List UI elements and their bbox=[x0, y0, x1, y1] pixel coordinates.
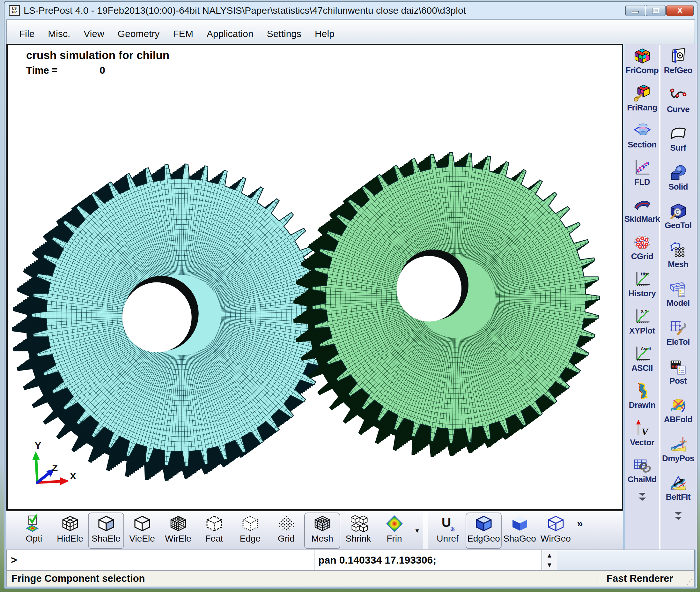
menu-item-geometry[interactable]: Geometry bbox=[111, 27, 166, 41]
toolbar-button-shaele[interactable]: ShaEle bbox=[88, 512, 124, 549]
resize-grip[interactable]: ⋰ bbox=[686, 578, 693, 586]
sidebar-item-label: XYPlot bbox=[629, 326, 655, 336]
menu-item-fem[interactable]: FEM bbox=[166, 27, 200, 41]
menu-item-view[interactable]: View bbox=[77, 27, 111, 41]
toolbar-button-grid[interactable]: Grid bbox=[268, 512, 304, 549]
toolbar-button-opti[interactable]: Opti bbox=[16, 512, 52, 549]
sidebar-item-section[interactable]: Section bbox=[625, 119, 659, 157]
frirang-icon bbox=[633, 84, 651, 103]
sidebar-item-drawin[interactable]: DrawIn bbox=[625, 380, 659, 417]
window-title: LS-PrePost 4.0 - 19Feb2013(10:00)-64bit … bbox=[23, 5, 623, 16]
command-echo-box[interactable]: pan 0.140334 17.193306; bbox=[314, 550, 542, 570]
axis-triad-icon: YZX bbox=[25, 442, 78, 493]
status-message: Fringe Component selection bbox=[11, 573, 145, 584]
sidebar-item-curve[interactable]: Curve bbox=[660, 84, 696, 123]
toolbar-button-label: Edge bbox=[240, 534, 261, 544]
scroll-down-icon[interactable]: ▼ bbox=[546, 562, 553, 568]
sidebar-item-frirang[interactable]: FriRang bbox=[625, 82, 659, 120]
menu-item-help[interactable]: Help bbox=[308, 27, 341, 41]
ascii-icon: Ascii bbox=[633, 345, 651, 363]
chaimd-icon bbox=[633, 456, 651, 475]
history-icon: Hist bbox=[633, 270, 651, 289]
scroll-up-icon[interactable]: ▲ bbox=[546, 552, 553, 558]
3d-viewport[interactable]: crush simulation for chilun Time =0 YZX bbox=[6, 44, 623, 511]
toolbar-button-hidele[interactable]: HidEle bbox=[52, 512, 88, 549]
toolbar-button-wirgeo[interactable]: WirGeo bbox=[538, 512, 574, 549]
menu-bar: FileMisc.ViewGeometryFEMApplicationSetti… bbox=[6, 19, 695, 44]
solid-icon bbox=[669, 163, 688, 182]
menu-item-settings[interactable]: Settings bbox=[260, 27, 308, 41]
fld-icon bbox=[633, 159, 651, 177]
toolbar-button-label: Feat bbox=[205, 534, 223, 544]
drawin-icon bbox=[633, 382, 651, 400]
toolbar-button-shrink[interactable]: Shrink bbox=[340, 512, 376, 549]
toolbar-button-frin[interactable]: Frin bbox=[376, 512, 412, 549]
frin-diamond-icon bbox=[385, 514, 404, 533]
toolbar-button-feat[interactable]: Feat bbox=[196, 512, 232, 549]
maximize-button[interactable] bbox=[646, 5, 665, 16]
skidmark-icon bbox=[633, 196, 651, 214]
toolbar-button-vieele[interactable]: VieEle bbox=[124, 512, 160, 549]
sidebar-item-refgeo[interactable]: RefGeo bbox=[660, 45, 696, 84]
plot-title: crush simulation for chilun bbox=[26, 49, 169, 62]
toolbar-button-label: Grid bbox=[278, 534, 295, 544]
sidebar-item-label: ASCII bbox=[632, 363, 653, 373]
sidebar-item-eletol[interactable]: EleTol bbox=[660, 316, 696, 355]
toolbar-button-shageo[interactable]: ShaGeo bbox=[502, 512, 538, 549]
sidebar-item-cgrid[interactable]: CGrid bbox=[625, 231, 659, 268]
cube-grid-icon bbox=[61, 514, 79, 533]
gear-mesh-render bbox=[8, 45, 622, 509]
sidebar-item-solid[interactable]: Solid bbox=[660, 161, 696, 200]
left-column-more-button[interactable] bbox=[636, 491, 649, 502]
mesh-icon bbox=[669, 241, 688, 259]
sidebar-item-geotol[interactable]: CGeoTol bbox=[660, 200, 696, 239]
sidebar-item-vector[interactable]: VVector bbox=[625, 417, 659, 454]
sidebar-item-fricomp[interactable]: FriComp bbox=[625, 45, 659, 82]
toolbar-button-unref[interactable]: U❋Unref bbox=[430, 512, 466, 549]
app-icon: LSPP bbox=[9, 5, 20, 16]
sidebar-item-history[interactable]: HistHistory bbox=[625, 268, 659, 305]
sidebar-item-post[interactable]: ✱✱✱Post bbox=[660, 355, 696, 394]
svg-text:Y: Y bbox=[35, 442, 41, 451]
svg-text:Hist: Hist bbox=[641, 272, 649, 277]
sidebar-item-surf[interactable]: Surf bbox=[660, 122, 696, 161]
sidebar-item-skidmark[interactable]: SkidMark bbox=[625, 194, 659, 231]
sidebar-item-beltfit[interactable]: BeltFit bbox=[660, 472, 696, 511]
sidebar-item-model[interactable]: Model bbox=[660, 278, 696, 316]
cube-feat-icon bbox=[205, 514, 224, 533]
toolbar-button-wirele[interactable]: WirEle bbox=[160, 512, 196, 549]
sidebar-item-ascii[interactable]: AsciiASCII bbox=[625, 343, 659, 380]
sidebar-item-chaimd[interactable]: ChaiMd bbox=[625, 454, 659, 491]
minimize-icon bbox=[632, 11, 639, 13]
sidebar-item-xyplot[interactable]: X YXYPlot bbox=[625, 305, 659, 343]
menu-item-application[interactable]: Application bbox=[200, 27, 260, 41]
menu-item-file[interactable]: File bbox=[12, 27, 41, 41]
maximize-icon bbox=[652, 8, 659, 13]
close-button[interactable]: X bbox=[666, 5, 694, 16]
command-row: > pan 0.140334 17.193306; ▲ ▼ bbox=[6, 550, 695, 570]
cube-shrink-icon bbox=[349, 514, 368, 533]
command-history-scrollbar[interactable]: ▲ ▼ bbox=[542, 550, 557, 570]
title-bar[interactable]: LSPP LS-PrePost 4.0 - 19Feb2013(10:00)-6… bbox=[4, 2, 697, 19]
sidebar-item-mesh[interactable]: Mesh bbox=[660, 239, 696, 278]
toolbar-overflow-button[interactable]: » bbox=[577, 517, 583, 549]
toolbar-button-mesh[interactable]: Mesh bbox=[304, 512, 340, 549]
vector-icon: V bbox=[633, 419, 651, 438]
sidebar-item-label: CGrid bbox=[631, 251, 653, 261]
sidebar-item-fld[interactable]: FLD bbox=[625, 157, 659, 194]
frin-dropdown-arrow[interactable]: ▾ bbox=[412, 512, 422, 549]
sidebar-item-label: Post bbox=[669, 376, 687, 386]
menu-item-misc[interactable]: Misc. bbox=[41, 27, 77, 41]
right-column-more-button[interactable] bbox=[672, 511, 685, 522]
toolbar-button-label: Unref bbox=[437, 534, 458, 544]
sidebar-item-abfold[interactable]: ABFold bbox=[660, 394, 696, 433]
minimize-button[interactable] bbox=[626, 5, 645, 16]
sidebar-item-label: Model bbox=[666, 298, 690, 308]
sidebar-item-label: Section bbox=[628, 140, 656, 150]
abfold-icon bbox=[669, 396, 688, 414]
toolbar-button-label: Mesh bbox=[311, 534, 333, 544]
toolbar-button-edggeo[interactable]: EdgGeo bbox=[466, 512, 502, 549]
command-prompt[interactable]: > bbox=[11, 554, 17, 566]
toolbar-button-edge[interactable]: Edge bbox=[232, 512, 268, 549]
sidebar-item-dmypos[interactable]: DmyPos bbox=[660, 433, 696, 472]
